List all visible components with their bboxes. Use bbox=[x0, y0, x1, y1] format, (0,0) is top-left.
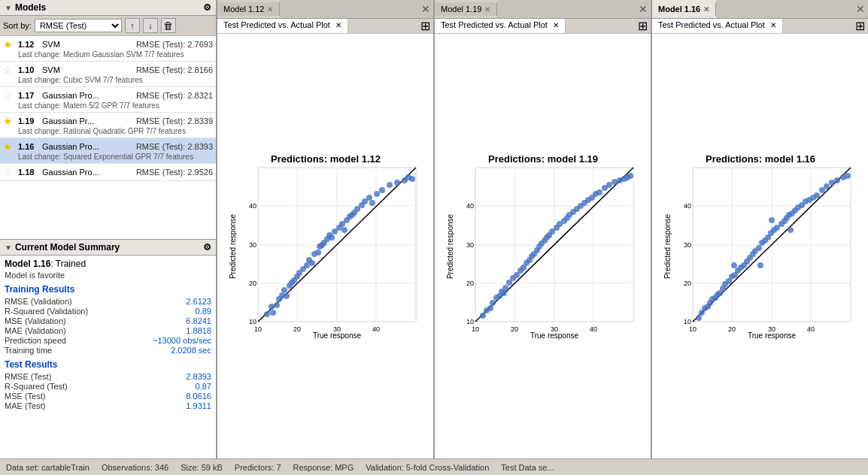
summary-header: ▼ Current Model Summary ⚙ bbox=[0, 240, 216, 256]
metric-value-train-time: 2.0208 sec bbox=[171, 346, 211, 355]
plot-subtab-1-16[interactable]: Test Predicted vs. Actual Plot ✕ bbox=[652, 19, 783, 33]
svg-point-93 bbox=[487, 305, 493, 311]
plot-tab-1-16[interactable]: Model 1.16 ✕ bbox=[652, 2, 716, 16]
svg-point-60 bbox=[369, 200, 375, 206]
test-results-title: Test Results bbox=[5, 359, 211, 370]
summary-model-title: Model 1.16: Trained bbox=[5, 259, 211, 269]
plot-tab-close-1-12[interactable]: ✕ bbox=[267, 5, 273, 14]
summary-model-name: Model 1.16 bbox=[5, 259, 50, 269]
model-item-1-19[interactable]: ★ 1.19 Gaussian Pr... RMSE (Test): 2.833… bbox=[0, 113, 216, 138]
svg-text:30: 30 bbox=[767, 325, 775, 333]
model-id-1-16: 1.16 bbox=[18, 142, 39, 151]
model-star-1-10: ☆ bbox=[3, 64, 15, 76]
plot-subtab-bar-1-19: Test Predicted vs. Actual Plot ✕ ⊞ bbox=[435, 19, 651, 34]
model-item-1-16[interactable]: ★ 1.16 Gaussian Pro... RMSE (Test): 2.83… bbox=[0, 138, 216, 164]
svg-point-51 bbox=[341, 227, 348, 233]
metric-value-r2-val: 0.89 bbox=[196, 307, 211, 316]
sort-select[interactable]: RMSE (Test) RMSE (Validation) R-Squared … bbox=[35, 19, 122, 32]
plot-area-1-12: Predictions: model 1.12 Predicted respon… bbox=[217, 34, 433, 458]
model-id-1-18: 1.18 bbox=[18, 168, 39, 177]
close-panel-icon-1-12[interactable]: ✕ bbox=[421, 3, 430, 15]
plot-tab-close-1-19[interactable]: ✕ bbox=[484, 5, 490, 14]
model-star-1-18: ☆ bbox=[3, 166, 15, 178]
model-item-1-18[interactable]: ☆ 1.18 Gaussian Pro... RMSE (Test): 2.95… bbox=[0, 164, 216, 181]
svg-text:40: 40 bbox=[806, 325, 814, 333]
svg-text:40: 40 bbox=[683, 202, 690, 210]
sort-desc-button[interactable]: ↓ bbox=[143, 18, 158, 33]
plot-subtab-1-19[interactable]: Test Predicted vs. Actual Plot ✕ bbox=[435, 19, 566, 33]
collapse-icon[interactable]: ▼ bbox=[5, 4, 12, 12]
status-validation: Validation: 5-fold Cross-Validation bbox=[366, 463, 489, 472]
plot-subtab-bar-1-16: Test Predicted vs. Actual Plot ✕ ⊞ bbox=[652, 19, 868, 34]
model-item-1-17[interactable]: ☆ 1.17 Gaussian Pro... RMSE (Test): 2.83… bbox=[0, 87, 216, 113]
plot-panel-1-12: Model 1.12 ✕ ✕ Test Predicted vs. Actual… bbox=[217, 0, 434, 458]
model-item-1-10[interactable]: ☆ 1.10 SVM RMSE (Test): 2.8166 Last chan… bbox=[0, 62, 216, 87]
svg-point-207 bbox=[788, 227, 794, 233]
plot-subtab-1-12[interactable]: Test Predicted vs. Actual Plot ✕ bbox=[217, 19, 348, 33]
plot-tab-label-1-16: Model 1.16 bbox=[658, 5, 700, 14]
plot-subtab-close-1-16[interactable]: ✕ bbox=[770, 21, 776, 29]
close-panel-icon-1-16[interactable]: ✕ bbox=[856, 3, 865, 15]
svg-text:30: 30 bbox=[248, 241, 256, 249]
model-id-1-19: 1.19 bbox=[18, 116, 39, 126]
plot-subtab-bar-1-12: Test Predicted vs. Actual Plot ✕ ⊞ bbox=[217, 19, 433, 34]
metric-value-mae-val: 1.8818 bbox=[186, 326, 211, 335]
svg-point-159 bbox=[696, 315, 702, 321]
metric-value-rmse-test: 2.8393 bbox=[186, 372, 211, 381]
plot-expand-icon-1-19[interactable]: ⊞ bbox=[638, 19, 648, 33]
close-panel-icon-1-19[interactable]: ✕ bbox=[639, 3, 648, 15]
plot-subtab-close-1-19[interactable]: ✕ bbox=[553, 21, 559, 29]
summary-collapse-icon[interactable]: ▼ bbox=[5, 244, 12, 252]
chart-svg-1-19: Predictions: model 1.19 Predicted respon… bbox=[445, 149, 641, 344]
svg-point-39 bbox=[309, 260, 315, 266]
svg-text:10: 10 bbox=[253, 325, 261, 333]
model-type-1-18: Gaussian Pro... bbox=[42, 168, 133, 177]
svg-text:30: 30 bbox=[683, 241, 690, 249]
svg-text:Predictions: model 1.19: Predictions: model 1.19 bbox=[488, 153, 598, 165]
svg-point-67 bbox=[409, 176, 415, 182]
plot-panel-1-19: Model 1.19 ✕ ✕ Test Predicted vs. Actual… bbox=[434, 0, 651, 458]
plot-tab-close-1-16[interactable]: ✕ bbox=[703, 5, 709, 14]
svg-text:20: 20 bbox=[510, 325, 517, 333]
model-id-1-10: 1.10 bbox=[18, 65, 39, 74]
svg-text:Predicted response: Predicted response bbox=[446, 213, 454, 279]
model-type-1-10: SVM bbox=[42, 65, 133, 74]
plot-subtab-close-1-12[interactable]: ✕ bbox=[335, 21, 341, 29]
svg-point-198 bbox=[814, 192, 820, 198]
model-type-1-19: Gaussian Pr... bbox=[42, 116, 133, 126]
metric-label-train-time: Training time bbox=[5, 346, 52, 355]
model-rmse-1-10: RMSE (Test): 2.8166 bbox=[136, 65, 213, 74]
plot-tab-1-12[interactable]: Model 1.12 ✕ bbox=[217, 2, 280, 16]
plot-expand-icon-1-12[interactable]: ⊞ bbox=[420, 19, 430, 33]
model-rmse-1-17: RMSE (Test): 2.8321 bbox=[136, 91, 213, 100]
svg-point-23 bbox=[264, 311, 270, 317]
svg-point-204 bbox=[845, 173, 851, 179]
summary-favorite: Model is favorite bbox=[5, 271, 211, 280]
model-item-1-12[interactable]: ★ 1.12 SVM RMSE (Test): 2.7693 Last chan… bbox=[0, 36, 216, 62]
metric-label-r2-val: R-Squared (Validation) bbox=[5, 307, 88, 316]
svg-point-202 bbox=[834, 177, 840, 183]
svg-text:Predictions: model 1.12: Predictions: model 1.12 bbox=[271, 153, 381, 165]
summary-title: Current Model Summary bbox=[15, 242, 120, 253]
sort-asc-button[interactable]: ↑ bbox=[125, 18, 140, 33]
model-star-1-17: ☆ bbox=[3, 89, 15, 101]
metric-label-mse-test: MSE (Test) bbox=[5, 392, 45, 401]
svg-point-91 bbox=[480, 313, 486, 319]
metric-mae-test: MAE (Test) 1.9311 bbox=[5, 401, 211, 410]
model-rmse-1-18: RMSE (Test): 2.9526 bbox=[136, 168, 213, 177]
model-detail-1-10: Last change: Cubic SVM 7/7 features bbox=[3, 76, 213, 84]
svg-point-99 bbox=[502, 285, 508, 291]
svg-point-208 bbox=[731, 262, 737, 268]
plot-expand-icon-1-16[interactable]: ⊞ bbox=[855, 19, 865, 33]
plot-area-1-19: Predictions: model 1.19 Predicted respon… bbox=[435, 34, 651, 458]
plot-tab-1-19[interactable]: Model 1.19 ✕ bbox=[435, 2, 497, 16]
svg-text:10: 10 bbox=[471, 325, 478, 333]
metric-mse-test: MSE (Test) 8.0616 bbox=[5, 392, 211, 401]
summary-options-icon[interactable]: ⚙ bbox=[203, 242, 211, 253]
model-id-1-17: 1.17 bbox=[18, 91, 39, 100]
plot-header-end-1-19: ✕ bbox=[497, 0, 651, 18]
model-rmse-1-19: RMSE (Test): 2.8339 bbox=[136, 116, 213, 126]
delete-button[interactable]: 🗑 bbox=[161, 18, 176, 33]
models-panel-options-icon[interactable]: ⚙ bbox=[203, 2, 211, 13]
chart-svg-1-16: Predictions: model 1.16 Predicted respon… bbox=[663, 149, 858, 344]
